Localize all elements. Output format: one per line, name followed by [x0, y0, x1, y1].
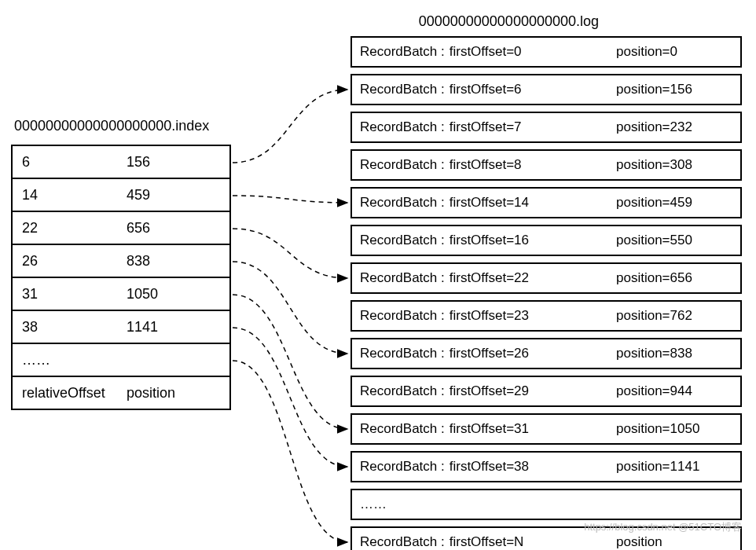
log-prefix: RecordBatch :	[352, 44, 445, 60]
index-table: 6156144592265626838311050381141……relativ…	[11, 145, 231, 410]
log-offset: firstOffset=22	[445, 270, 529, 286]
log-row: RecordBatch :firstOffset=22position=656	[350, 262, 742, 294]
log-position: position=762	[616, 308, 692, 324]
index-position: 1141	[125, 311, 229, 343]
log-offset: firstOffset=16	[445, 233, 529, 248]
log-row: RecordBatch :firstOffset=38position=1141	[350, 451, 742, 482]
log-position: position=656	[616, 270, 692, 286]
log-position: position=944	[616, 383, 692, 399]
log-position: position=156	[616, 82, 692, 97]
index-offset: 6	[13, 146, 125, 178]
ellipsis: ……	[13, 344, 125, 376]
log-offset: firstOffset=N	[445, 534, 524, 550]
mapping-arrow	[233, 295, 347, 429]
log-prefix: RecordBatch :	[352, 233, 445, 248]
log-offset: firstOffset=14	[445, 195, 529, 211]
watermark: https://blog.csdn.net @51CTO博客	[584, 520, 742, 534]
log-prefix: RecordBatch :	[352, 459, 445, 475]
log-offset: firstOffset=26	[445, 346, 529, 361]
log-position: position=308	[616, 157, 692, 173]
index-offset: 31	[13, 278, 125, 310]
log-row: RecordBatch :firstOffset=7position=232	[350, 112, 742, 143]
log-prefix: RecordBatch :	[352, 383, 445, 399]
log-prefix: RecordBatch :	[352, 195, 445, 211]
log-offset: firstOffset=38	[445, 459, 529, 475]
log-row: RecordBatch :firstOffset=8position=308	[350, 149, 742, 181]
log-offset: firstOffset=6	[445, 82, 522, 97]
log-prefix: RecordBatch :	[352, 82, 445, 97]
index-offset: 14	[13, 179, 125, 211]
index-position: 838	[125, 245, 229, 277]
log-row: RecordBatch :firstOffset=0position=0	[350, 36, 742, 68]
index-header-position: position	[125, 377, 229, 409]
log-row: RecordBatch :firstOffset=26position=838	[350, 338, 742, 369]
log-list: RecordBatch :firstOffset=0position=0Reco…	[350, 36, 742, 550]
index-position: 459	[125, 179, 229, 211]
mapping-arrow	[233, 90, 347, 163]
log-position: position=1050	[616, 421, 699, 437]
log-position: position=838	[616, 346, 692, 361]
log-position: position=550	[616, 233, 692, 248]
index-row: 6156	[13, 146, 229, 179]
log-offset: firstOffset=23	[445, 308, 529, 324]
log-row: RecordBatch :firstOffset=14position=459	[350, 187, 742, 218]
index-offset: 38	[13, 311, 125, 343]
index-position: 156	[125, 146, 229, 178]
log-row: RecordBatch :firstOffset=16position=550	[350, 225, 742, 256]
log-prefix: RecordBatch :	[352, 119, 445, 135]
index-file-title: 00000000000000000000.index	[14, 118, 209, 134]
mapping-arrow	[233, 361, 347, 542]
index-offset: 26	[13, 245, 125, 277]
log-prefix: RecordBatch :	[352, 534, 445, 550]
index-position: 1050	[125, 278, 229, 310]
index-header-offset: relativeOffset	[13, 377, 125, 409]
log-ellipsis-row: ……	[350, 489, 742, 520]
log-offset: firstOffset=31	[445, 421, 529, 437]
index-row: 26838	[13, 245, 229, 278]
log-row: RecordBatch :firstOffset=29position=944	[350, 376, 742, 407]
mapping-arrow	[233, 196, 347, 203]
log-offset: firstOffset=0	[445, 44, 522, 60]
log-prefix: RecordBatch :	[352, 157, 445, 173]
log-offset: firstOffset=7	[445, 119, 522, 135]
log-prefix: RecordBatch :	[352, 308, 445, 324]
mapping-arrow	[233, 328, 347, 467]
log-position: position=459	[616, 195, 692, 211]
index-header-row: relativeOffsetposition	[13, 377, 229, 409]
log-prefix: RecordBatch :	[352, 421, 445, 437]
log-position: position=0	[616, 44, 677, 60]
index-offset: 22	[13, 212, 125, 244]
log-row: RecordBatch :firstOffset=23position=762	[350, 300, 742, 332]
diagram-canvas: 00000000000000000000.index 0000000000000…	[0, 0, 756, 550]
log-offset: firstOffset=8	[445, 157, 522, 173]
log-file-title: 00000000000000000000.log	[419, 13, 599, 30]
mapping-arrow	[233, 262, 347, 354]
log-prefix: RecordBatch :	[352, 270, 445, 286]
log-row: RecordBatch :firstOffset=6position=156	[350, 74, 742, 105]
index-row: 14459	[13, 179, 229, 212]
log-row: RecordBatch :firstOffset=31position=1050	[350, 413, 742, 445]
index-row: 22656	[13, 212, 229, 245]
mapping-arrow	[233, 229, 347, 278]
index-row: 381141	[13, 311, 229, 344]
log-position: position=232	[616, 119, 692, 135]
log-position: position=1141	[616, 459, 699, 475]
ellipsis: ……	[352, 497, 387, 512]
index-ellipsis-row: ……	[13, 344, 229, 377]
index-position: 656	[125, 212, 229, 244]
index-row: 311050	[13, 278, 229, 311]
log-offset: firstOffset=29	[445, 383, 529, 399]
log-prefix: RecordBatch :	[352, 346, 445, 361]
log-position: position	[616, 534, 662, 550]
